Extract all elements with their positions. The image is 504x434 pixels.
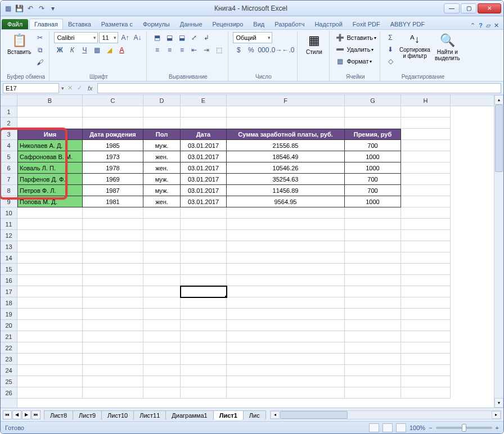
cell-B2[interactable] [17,117,83,129]
cell-F20[interactable] [227,320,345,331]
cell-C3[interactable]: Дата рождения [83,129,143,140]
row-header-25[interactable]: 25 [1,376,17,387]
sheet-tab-Лист10[interactable]: Лист10 [101,410,134,420]
cell-E1[interactable] [181,106,227,117]
cell-H23[interactable] [401,354,451,365]
cell-H24[interactable] [401,365,451,376]
sheet-tab-Лист9[interactable]: Лист9 [73,410,102,420]
cell-B13[interactable] [17,241,83,252]
cell-H4[interactable] [401,140,451,151]
cell-G13[interactable] [345,241,401,252]
insert-cells-button[interactable]: ➕Вставить▾ [334,32,376,43]
formula-input[interactable] [97,83,501,93]
cell-F1[interactable] [227,106,345,117]
cell-E8[interactable]: 03.01.2017 [181,185,227,196]
cell-C14[interactable] [83,252,143,264]
cell-H18[interactable] [401,297,451,309]
ribbon-tab-рецензиро[interactable]: Рецензиро [208,19,249,29]
cell-D23[interactable] [143,354,181,365]
cell-H22[interactable] [401,342,451,354]
clear-icon[interactable]: ◇ [385,56,396,67]
cell-E11[interactable] [181,219,227,230]
cell-B7[interactable]: Парфенов Д. Ф. [17,174,83,185]
cell-C6[interactable]: 1978 [83,162,143,174]
cell-E10[interactable] [181,207,227,219]
cell-G2[interactable] [345,117,401,129]
row-header-7[interactable]: 7 [1,174,17,185]
cell-D8[interactable]: муж. [143,185,181,196]
cell-G22[interactable] [345,342,401,354]
cell-C7[interactable]: 1969 [83,174,143,185]
cell-H7[interactable] [401,174,451,185]
fx-cancel-icon[interactable]: ✕ [66,84,74,92]
ribbon-tab-формулы[interactable]: Формулы [138,19,175,29]
cell-E4[interactable]: 03.01.2017 [181,140,227,151]
align-center-icon[interactable]: ≡ [164,44,175,56]
cell-B20[interactable] [17,320,83,331]
font-name-combo[interactable]: Calibri [54,32,98,43]
name-box[interactable]: E17 [3,83,59,93]
cell-E20[interactable] [181,320,227,331]
cell-D11[interactable] [143,219,181,230]
cell-G6[interactable]: 1000 [345,162,401,174]
cell-D5[interactable]: жен. [143,151,181,162]
cell-C26[interactable] [83,387,143,399]
cell-G24[interactable] [345,365,401,376]
cell-C13[interactable] [83,241,143,252]
cell-B25[interactable] [17,376,83,387]
cell-D2[interactable] [143,117,181,129]
cell-E15[interactable] [181,264,227,275]
cell-H3[interactable] [401,129,451,140]
cell-G8[interactable]: 700 [345,185,401,196]
row-header-19[interactable]: 19 [1,309,17,320]
cell-F14[interactable] [227,252,345,264]
cell-H8[interactable] [401,185,451,196]
italic-icon[interactable]: К [66,44,78,56]
cell-F23[interactable] [227,354,345,365]
cell-D4[interactable]: муж. [143,140,181,151]
cell-C23[interactable] [83,354,143,365]
align-top-icon[interactable]: ⬒ [151,32,163,43]
fx-enter-icon[interactable]: ✓ [76,84,83,92]
row-header-13[interactable]: 13 [1,241,17,252]
cell-D10[interactable] [143,207,181,219]
cell-B14[interactable] [17,252,83,264]
format-painter-icon[interactable]: 🖌 [34,57,46,68]
increase-decimal-icon[interactable]: .0→ [270,44,281,56]
cell-F15[interactable] [227,264,345,275]
cell-C20[interactable] [83,320,143,331]
cell-C17[interactable] [83,286,143,297]
cell-F11[interactable] [227,219,345,230]
cell-D9[interactable]: жен. [143,196,181,207]
sort-filter-button[interactable]: ᴬ↓ Сортировка и фильтр [398,32,431,60]
cell-B18[interactable] [17,297,83,309]
comma-icon[interactable]: 000 [258,44,269,56]
cell-B3[interactable]: Имя [17,129,83,140]
cell-F16[interactable] [227,275,345,286]
font-color-icon[interactable]: A [116,44,127,56]
cell-B9[interactable]: Попова М. Д. [17,196,83,207]
cell-F22[interactable] [227,342,345,354]
cell-D14[interactable] [143,252,181,264]
sheet-tab-Диаграмма1[interactable]: Диаграмма1 [165,410,213,420]
cell-E26[interactable] [181,387,227,399]
sheet-nav-next-icon[interactable]: ▶ [22,410,31,419]
align-right-icon[interactable]: ≡ [176,44,187,56]
cell-F13[interactable] [227,241,345,252]
sheet-tab-Лист8[interactable]: Лист8 [44,410,73,420]
increase-indent-icon[interactable]: ⇥ [201,44,212,56]
cell-E25[interactable] [181,376,227,387]
row-header-8[interactable]: 8 [1,185,17,196]
cell-C18[interactable] [83,297,143,309]
ribbon-tab-foxit pdf[interactable]: Foxit PDF [348,19,385,29]
scroll-up-icon[interactable]: ▴ [494,95,503,105]
orientation-icon[interactable]: ⤢ [188,32,200,43]
cell-B10[interactable] [17,207,83,219]
currency-icon[interactable]: $ [233,44,244,56]
cell-F3[interactable]: Сумма заработной платы, руб. [227,129,345,140]
cell-H15[interactable] [401,264,451,275]
cell-F7[interactable]: 35254.63 [227,174,345,185]
cell-C25[interactable] [83,376,143,387]
sheet-tab-Лис[interactable]: Лис [243,410,266,420]
decrease-indent-icon[interactable]: ⇤ [188,44,200,56]
